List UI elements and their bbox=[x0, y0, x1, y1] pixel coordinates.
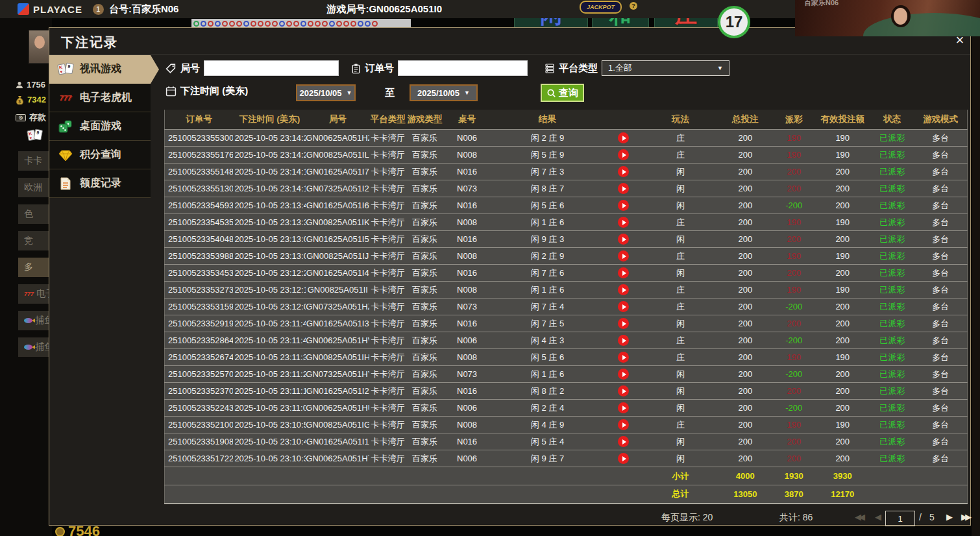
col-valid-bet: 有效投注额 bbox=[815, 110, 870, 130]
replay-play-icon[interactable] bbox=[618, 318, 629, 329]
replay-play-icon[interactable] bbox=[618, 402, 629, 413]
cell-payout: 200 bbox=[773, 450, 815, 467]
replay-play-icon[interactable] bbox=[618, 132, 629, 143]
replay-play-icon[interactable] bbox=[618, 234, 629, 245]
cell-round: GN00825A051II bbox=[306, 282, 369, 298]
cell-mode: 多台 bbox=[914, 130, 968, 147]
replay-play-icon[interactable] bbox=[618, 419, 629, 430]
lobby-menu-item-label: 色 bbox=[24, 208, 33, 220]
round-input[interactable] bbox=[204, 60, 339, 76]
cell-order: 251005233528644 bbox=[165, 332, 234, 349]
platform-select[interactable]: 1.全部 ▼ bbox=[602, 60, 729, 76]
replay-play-icon[interactable] bbox=[618, 149, 629, 160]
cell-platform: 卡卡湾厅 bbox=[369, 180, 406, 197]
tab-points[interactable]: 积分查询 bbox=[49, 141, 151, 169]
tab-label: 积分查询 bbox=[80, 148, 121, 162]
col-replay bbox=[604, 110, 643, 130]
tab-slots[interactable]: 777 电子老虎机 bbox=[49, 84, 151, 112]
replay-play-icon[interactable] bbox=[618, 284, 629, 295]
grand-total-payout: 3870 bbox=[773, 485, 815, 504]
cell-time: 2025-10-05 23:12:24 bbox=[233, 265, 306, 282]
cell-total-bet: 200 bbox=[718, 417, 773, 433]
cell-bet-type: 庄 bbox=[643, 417, 718, 433]
replay-play-icon[interactable] bbox=[618, 335, 629, 346]
replay-play-icon[interactable] bbox=[618, 352, 629, 363]
cell-replay bbox=[604, 450, 643, 467]
table-row: 251005233545354 2025-10-05 23:13:35 GN00… bbox=[165, 214, 968, 231]
cell-total-bet: 200 bbox=[718, 282, 773, 298]
search-icon bbox=[546, 88, 556, 98]
replay-play-icon[interactable] bbox=[618, 250, 629, 262]
cell-payout: 190 bbox=[773, 349, 815, 366]
cell-replay bbox=[604, 366, 643, 383]
replay-play-icon[interactable] bbox=[618, 217, 629, 228]
search-button[interactable]: 查询 bbox=[541, 84, 584, 102]
cell-replay bbox=[604, 147, 643, 164]
replay-play-icon[interactable] bbox=[618, 166, 629, 177]
cell-bet-type: 庄 bbox=[643, 298, 718, 315]
replay-play-icon[interactable] bbox=[618, 200, 629, 211]
cell-mode: 多台 bbox=[914, 315, 968, 332]
grand-total-row: 总计 13050 3870 12170 bbox=[165, 485, 968, 504]
first-page-icon[interactable]: ◀◀ bbox=[851, 512, 866, 522]
cell-result: 闲 5 庄 6 bbox=[491, 349, 604, 366]
cell-valid-bet: 190 bbox=[815, 130, 870, 147]
replay-play-icon[interactable] bbox=[618, 385, 629, 396]
replay-play-icon[interactable] bbox=[618, 453, 629, 464]
brand-name: PLAYACE bbox=[33, 4, 82, 15]
table-row: 251005233540482 2025-10-05 23:13:05 GN01… bbox=[165, 231, 968, 248]
tab-video-games[interactable]: K♥9 视讯游戏 bbox=[49, 55, 151, 84]
cell-order: 251005233523701 bbox=[165, 383, 234, 400]
bet-table-body: 251005233553001 2025-10-05 23:14:27 GN00… bbox=[165, 130, 968, 467]
cell-platform: 卡卡湾厅 bbox=[369, 265, 406, 282]
bead-red bbox=[308, 21, 313, 27]
replay-play-icon[interactable] bbox=[618, 301, 629, 312]
last-page-icon[interactable]: ▶▶ bbox=[958, 512, 972, 522]
order-input[interactable] bbox=[398, 60, 528, 76]
cell-bet-type: 闲 bbox=[643, 197, 718, 214]
col-game-type: 游戏类型 bbox=[406, 110, 443, 130]
cell-time: 2025-10-05 23:14:27 bbox=[233, 130, 306, 147]
cell-status: 已派彩 bbox=[870, 366, 914, 383]
cell-bet-type: 闲 bbox=[643, 231, 718, 248]
total-count-label: 共计: 86 bbox=[779, 512, 813, 524]
bead-blue bbox=[300, 21, 306, 27]
page-number-input[interactable] bbox=[885, 511, 915, 526]
lobby-menu-item: 捕鱼 bbox=[18, 337, 51, 357]
cell-result: 闲 8 庄 7 bbox=[491, 180, 604, 197]
cell-result: 闲 2 庄 9 bbox=[491, 248, 604, 265]
cell-table: N006 bbox=[443, 130, 491, 147]
cell-table: N016 bbox=[443, 231, 491, 248]
cell-replay bbox=[604, 315, 643, 332]
cell-mode: 多台 bbox=[914, 197, 968, 214]
cell-total-bet: 200 bbox=[718, 366, 773, 383]
fish-icon bbox=[24, 345, 32, 350]
replay-play-icon[interactable] bbox=[618, 183, 629, 194]
cell-table: N006 bbox=[443, 400, 491, 417]
cell-round: GN00825A051IK bbox=[306, 214, 369, 231]
replay-play-icon[interactable] bbox=[618, 267, 629, 278]
lobby-menu-item: 卡卡 bbox=[18, 151, 51, 171]
cell-payout: -200 bbox=[773, 298, 815, 315]
cell-payout: 200 bbox=[773, 315, 815, 332]
cell-status: 已派彩 bbox=[870, 315, 914, 332]
cell-result: 闲 9 庄 7 bbox=[491, 450, 604, 467]
tab-credit-records[interactable]: 额度记录 bbox=[49, 169, 151, 198]
cell-mode: 多台 bbox=[914, 164, 968, 180]
replay-play-icon[interactable] bbox=[618, 369, 629, 380]
replay-play-icon[interactable] bbox=[618, 436, 629, 447]
date-to-select[interactable]: 2025/10/05 ▼ bbox=[410, 84, 478, 101]
cell-mode: 多台 bbox=[914, 417, 968, 433]
cell-total-bet: 200 bbox=[718, 197, 773, 214]
cell-time: 2025-10-05 23:14:18 bbox=[233, 164, 306, 180]
cell-replay bbox=[604, 197, 643, 214]
tab-table-games[interactable]: 桌面游戏 bbox=[49, 112, 151, 141]
cell-table: N008 bbox=[443, 248, 491, 265]
platform-filter-label: 平台类型 bbox=[559, 62, 598, 75]
prev-page-icon[interactable]: ◀ bbox=[870, 512, 884, 522]
cell-total-bet: 200 bbox=[718, 298, 773, 315]
cell-game-type: 百家乐 bbox=[406, 197, 443, 214]
next-page-icon[interactable]: ▶ bbox=[941, 512, 955, 522]
date-from-select[interactable]: 2025/10/05 ▼ bbox=[296, 84, 356, 101]
cell-game-type: 百家乐 bbox=[406, 180, 443, 197]
